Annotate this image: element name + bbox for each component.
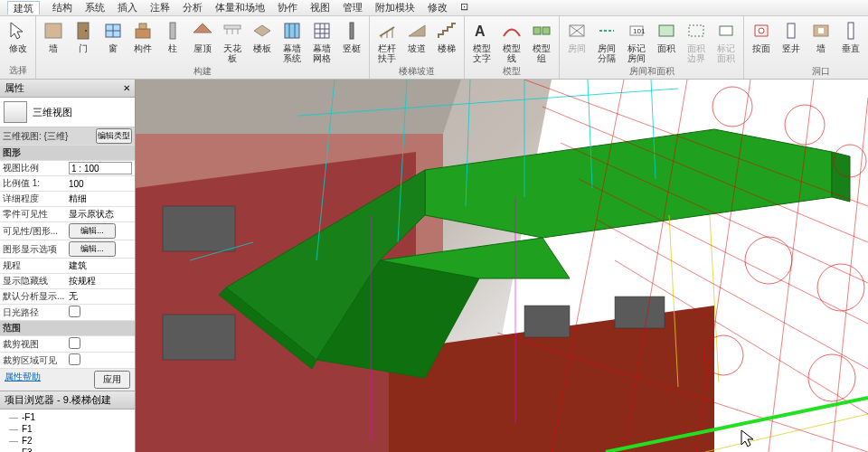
svg-rect-0 xyxy=(45,24,61,38)
ribbon-byface-button[interactable]: 按面 xyxy=(747,18,776,65)
svg-marker-54 xyxy=(136,80,461,134)
properties-help-link[interactable]: 属性帮助 xyxy=(5,371,41,383)
property-value[interactable]: 100 xyxy=(69,179,132,189)
menu-tab-addins[interactable]: 附加模块 xyxy=(375,1,415,14)
mgroup-icon xyxy=(531,20,552,42)
ramp-icon xyxy=(406,20,428,42)
menu-tab-analyze[interactable]: 分析 xyxy=(183,1,203,14)
browser-item[interactable]: F3 xyxy=(0,447,135,452)
menu-tab-architecture[interactable]: 建筑 xyxy=(7,1,40,14)
svg-point-2 xyxy=(85,30,87,32)
curtain-sys-icon xyxy=(281,20,303,42)
browser-item[interactable]: F1 xyxy=(0,423,135,435)
ribbon-curtain-sys-button[interactable]: 幕墙系统 xyxy=(278,18,307,65)
property-value[interactable]: 无 xyxy=(69,290,132,303)
menu-tab-structure[interactable]: 结构 xyxy=(52,1,72,14)
menu-tab-systems[interactable]: 系统 xyxy=(85,1,105,14)
ribbon-areatag-button[interactable]: 标记面积 xyxy=(712,18,741,65)
svg-rect-43 xyxy=(788,24,795,38)
project-browser-title[interactable]: 项目浏览器 - 9.楼梯创建 xyxy=(0,391,135,410)
ribbon-room-button[interactable]: 房间 xyxy=(562,18,591,65)
svg-point-42 xyxy=(759,28,764,33)
svg-rect-58 xyxy=(163,206,235,251)
property-row: 规程建筑 xyxy=(0,259,135,274)
menu-tab-modify[interactable]: 修改 xyxy=(428,1,448,14)
ribbon-railing-button[interactable]: 栏杆扶手 xyxy=(373,18,401,65)
roof-icon xyxy=(192,20,213,42)
menu-dropdown-icon[interactable]: ⊡ xyxy=(460,1,468,14)
type-selector[interactable]: 三维视图: {三维} xyxy=(3,130,96,143)
ribbon-ceiling-button[interactable]: 天花板 xyxy=(218,18,247,65)
property-row: 日光路径 xyxy=(0,305,135,321)
property-value[interactable]: 按规程 xyxy=(69,275,132,287)
ribbon-window-button[interactable]: 窗 xyxy=(99,18,127,65)
property-value[interactable]: 精细 xyxy=(69,193,132,205)
browser-item[interactable]: F2 xyxy=(0,435,135,447)
ribbon-wallop-button[interactable]: 墙 xyxy=(807,18,835,65)
ribbon-ramp-button[interactable]: 坡道 xyxy=(402,18,431,65)
property-row: 零件可见性显示原状态 xyxy=(0,207,135,222)
areatag-icon xyxy=(715,20,737,42)
ribbon-roof-button[interactable]: 屋顶 xyxy=(188,18,217,65)
properties-title-bar[interactable]: 属性 ✕ xyxy=(0,80,135,98)
ribbon-roomtag-button[interactable]: 101标记房间 xyxy=(622,18,651,65)
ribbon-stair-button[interactable]: 楼梯 xyxy=(432,18,461,65)
svg-rect-1 xyxy=(78,23,89,39)
property-edit-button[interactable]: 编辑... xyxy=(69,241,116,257)
ribbon-group-opening: 按面竖井墙垂直老虎窗 洞口 xyxy=(744,16,868,79)
ribbon-mline-button[interactable]: 模型线 xyxy=(497,18,526,65)
mullion-icon xyxy=(341,20,363,42)
menu-tab-collaborate[interactable]: 协作 xyxy=(278,1,297,14)
project-browser: -F1F1F2F3场地 xyxy=(0,410,135,452)
menu-tab-manage[interactable]: 管理 xyxy=(343,1,363,14)
ribbon-vert-button[interactable]: 垂直 xyxy=(836,18,865,65)
property-row: 比例值 1:100 xyxy=(0,176,135,192)
property-edit-button[interactable]: 编辑... xyxy=(69,223,116,239)
ribbon-wall-button[interactable]: 墙 xyxy=(39,18,68,65)
menu-tab-view[interactable]: 视图 xyxy=(310,1,330,14)
svg-rect-30 xyxy=(533,27,541,34)
close-icon[interactable]: ✕ xyxy=(123,83,130,93)
3d-viewport[interactable] xyxy=(136,80,868,452)
ribbon-mtext-button[interactable]: A模型文字 xyxy=(467,18,496,65)
edit-type-button[interactable]: 编辑类型 xyxy=(96,128,132,144)
ribbon-group-room-area: 房间房间分隔101标记房间面积面积边界标记面积 房间和面积 xyxy=(560,16,744,79)
ribbon-roomsep-button[interactable]: 房间分隔 xyxy=(592,18,621,65)
ribbon-shaft-button[interactable]: 竖井 xyxy=(777,18,806,65)
ribbon-group-circulation: 栏杆扶手坡道楼梯 楼梯坡道 xyxy=(370,16,465,79)
apply-button[interactable]: 应用 xyxy=(94,371,130,389)
ribbon-column-button[interactable]: 柱 xyxy=(158,18,187,65)
menu-tab-massing[interactable]: 体量和场地 xyxy=(215,1,265,14)
room-icon xyxy=(566,20,588,42)
svg-rect-18 xyxy=(315,24,329,38)
ribbon-areabnd-button[interactable]: 面积边界 xyxy=(682,18,711,65)
modify-button[interactable]: 修改 xyxy=(3,18,33,64)
property-checkbox[interactable] xyxy=(69,337,80,349)
ribbon-door-button[interactable]: 门 xyxy=(69,18,98,65)
browser-item[interactable]: -F1 xyxy=(0,411,135,423)
ribbon-floor-button[interactable]: 楼板 xyxy=(248,18,277,65)
model-view xyxy=(136,80,868,452)
areabnd-icon xyxy=(685,20,707,42)
property-row: 图形显示选项编辑... xyxy=(0,240,135,259)
ribbon-curtain-grid-button[interactable]: 幕墙网格 xyxy=(307,18,336,65)
ribbon-mgroup-button[interactable]: 模型组 xyxy=(527,18,556,65)
property-value-input[interactable]: 1 : 100 xyxy=(69,162,132,174)
property-checkbox[interactable] xyxy=(69,353,80,365)
property-row: 详细程度精细 xyxy=(0,192,135,207)
ribbon-component-button[interactable]: 构件 xyxy=(128,18,157,65)
menu-bar: 建筑 结构 系统 插入 注释 分析 体量和场地 协作 视图 管理 附加模块 修改… xyxy=(0,0,868,16)
wall-icon xyxy=(42,20,64,42)
menu-tab-insert[interactable]: 插入 xyxy=(118,1,137,14)
svg-marker-28 xyxy=(409,25,425,36)
property-value[interactable]: 建筑 xyxy=(69,259,132,272)
menu-tab-annotate[interactable]: 注释 xyxy=(150,1,170,14)
ribbon-mullion-button[interactable]: 竖梃 xyxy=(337,18,366,65)
ribbon-group-model: A模型文字模型线模型组 模型 xyxy=(465,16,560,79)
svg-text:101: 101 xyxy=(633,27,646,35)
ribbon-area-button[interactable]: 面积 xyxy=(652,18,681,65)
view-type-label: 三维视图 xyxy=(33,106,72,119)
property-checkbox[interactable] xyxy=(69,306,80,317)
property-value[interactable]: 显示原状态 xyxy=(69,208,132,221)
svg-rect-10 xyxy=(224,25,241,29)
